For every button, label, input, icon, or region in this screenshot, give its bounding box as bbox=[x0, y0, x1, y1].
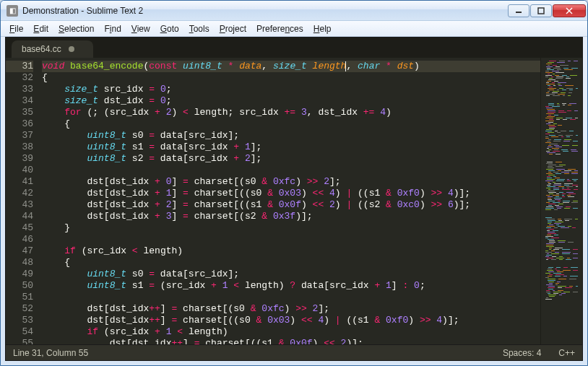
editor-area: base64.cc 313233343536373839404142434445… bbox=[5, 37, 583, 345]
line-number[interactable]: 39 bbox=[6, 153, 33, 165]
menu-find[interactable]: Find bbox=[100, 22, 125, 35]
statusbar: Line 31, Column 55 Spaces: 4 C++ bbox=[5, 345, 583, 361]
line-number[interactable]: 38 bbox=[6, 141, 33, 153]
code-line[interactable]: dst[dst_idx + 2] = charset[((s1 & 0x0f) … bbox=[42, 199, 540, 211]
code-line[interactable] bbox=[42, 165, 540, 176]
menu-project[interactable]: Project bbox=[215, 22, 251, 35]
line-number[interactable]: 40 bbox=[6, 165, 33, 176]
tab-base64[interactable]: base64.cc bbox=[12, 40, 93, 58]
code-line[interactable] bbox=[42, 234, 540, 245]
code-line[interactable]: uint8_t s0 = data[src_idx]; bbox=[42, 130, 540, 141]
code-line[interactable]: dst[dst_idx + 3] = charset[(s2 & 0x3f)]; bbox=[42, 211, 540, 222]
menu-view[interactable]: View bbox=[127, 22, 155, 35]
code-line[interactable]: void base64_encode(const uint8_t * data,… bbox=[42, 61, 540, 72]
menu-goto[interactable]: Goto bbox=[156, 22, 183, 35]
dirty-indicator-icon bbox=[69, 46, 74, 52]
code-line[interactable]: { bbox=[42, 72, 540, 84]
line-number[interactable]: 52 bbox=[6, 303, 33, 315]
code-line[interactable]: dst[dst_idx++] = charset[(s0 & 0xfc) >> … bbox=[42, 303, 540, 315]
line-number[interactable]: 36 bbox=[6, 118, 33, 130]
minimap[interactable] bbox=[540, 58, 582, 344]
code-line[interactable]: } bbox=[42, 222, 540, 234]
code-line[interactable] bbox=[42, 292, 540, 303]
app-window: ◧ Demonstration - Sublime Text 2 FileEdi… bbox=[0, 0, 588, 366]
svg-rect-1 bbox=[538, 8, 544, 14]
close-icon bbox=[565, 7, 574, 14]
line-number[interactable]: 49 bbox=[6, 269, 33, 280]
line-number[interactable]: 46 bbox=[6, 234, 33, 245]
minimize-button[interactable] bbox=[508, 4, 529, 17]
line-number[interactable]: 55 bbox=[6, 338, 33, 344]
line-number[interactable]: 41 bbox=[6, 176, 33, 188]
menu-preferences[interactable]: Preferences bbox=[252, 22, 308, 35]
status-cursor-pos[interactable]: Line 31, Column 55 bbox=[13, 348, 503, 358]
maximize-icon bbox=[537, 7, 545, 14]
line-number[interactable]: 32 bbox=[6, 72, 33, 84]
line-number[interactable]: 31 bbox=[6, 61, 33, 72]
line-number[interactable]: 51 bbox=[6, 292, 33, 303]
code-line[interactable]: if (src_idx < length) bbox=[42, 245, 540, 257]
code-line[interactable]: dst[dst_idx++] = charset[((s0 & 0x03) <<… bbox=[42, 315, 540, 326]
code-line[interactable]: uint8_t s1 = (src_idx + 1 < length) ? da… bbox=[42, 280, 540, 292]
maximize-button[interactable] bbox=[530, 4, 552, 17]
menu-file[interactable]: File bbox=[5, 22, 27, 35]
close-button[interactable] bbox=[553, 4, 586, 17]
code-line[interactable]: for (; (src_idx + 2) < length; src_idx +… bbox=[42, 107, 540, 118]
status-indent[interactable]: Spaces: 4 bbox=[503, 348, 541, 358]
line-number[interactable]: 50 bbox=[6, 280, 33, 292]
menu-selection[interactable]: Selection bbox=[54, 22, 98, 35]
line-number[interactable]: 48 bbox=[6, 257, 33, 269]
code-line[interactable]: dst[dst_idx++] = charset[((s1 & 0x0f) <<… bbox=[42, 338, 540, 344]
line-number[interactable]: 44 bbox=[6, 211, 33, 222]
line-number[interactable]: 37 bbox=[6, 130, 33, 141]
app-icon: ◧ bbox=[7, 5, 18, 17]
status-language[interactable]: C++ bbox=[558, 348, 575, 358]
code-line[interactable]: uint8_t s2 = data[src_idx + 2]; bbox=[42, 153, 540, 165]
line-number[interactable]: 35 bbox=[6, 107, 33, 118]
menu-tools[interactable]: Tools bbox=[185, 22, 214, 35]
code-line[interactable]: uint8_t s0 = data[src_idx]; bbox=[42, 269, 540, 280]
window-controls bbox=[508, 4, 586, 17]
code-line[interactable]: uint8_t s1 = data[src_idx + 1]; bbox=[42, 141, 540, 153]
menu-edit[interactable]: Edit bbox=[29, 22, 53, 35]
code-line[interactable]: size_t src_idx = 0; bbox=[42, 84, 540, 95]
line-gutter[interactable]: 3132333435363738394041424344454647484950… bbox=[6, 58, 38, 344]
line-number[interactable]: 53 bbox=[6, 315, 33, 326]
line-number[interactable]: 34 bbox=[6, 95, 33, 107]
code-line[interactable]: dst[dst_idx + 1] = charset[((s0 & 0x03) … bbox=[42, 188, 540, 199]
editor[interactable]: 3132333435363738394041424344454647484950… bbox=[6, 58, 582, 344]
line-number[interactable]: 45 bbox=[6, 222, 33, 234]
line-number[interactable]: 43 bbox=[6, 199, 33, 211]
menu-help[interactable]: Help bbox=[309, 22, 336, 35]
window-title: Demonstration - Sublime Text 2 bbox=[22, 6, 508, 16]
code-line[interactable]: size_t dst_idx = 0; bbox=[42, 95, 540, 107]
line-number[interactable]: 47 bbox=[6, 245, 33, 257]
code-line[interactable]: { bbox=[42, 257, 540, 269]
code-line[interactable]: dst[dst_idx + 0] = charset[(s0 & 0xfc) >… bbox=[42, 176, 540, 188]
line-number[interactable]: 54 bbox=[6, 326, 33, 338]
line-number[interactable]: 42 bbox=[6, 188, 33, 199]
line-number[interactable]: 33 bbox=[6, 84, 33, 95]
minimize-icon bbox=[515, 7, 522, 14]
code-line[interactable]: { bbox=[42, 118, 540, 130]
code-line[interactable]: if (src_idx + 1 < length) bbox=[42, 326, 540, 338]
titlebar[interactable]: ◧ Demonstration - Sublime Text 2 bbox=[1, 1, 587, 21]
menubar: FileEditSelectionFindViewGotoToolsProjec… bbox=[1, 21, 587, 37]
tab-label: base64.cc bbox=[22, 44, 61, 54]
tabbar: base64.cc bbox=[6, 38, 582, 58]
code-view[interactable]: void base64_encode(const uint8_t * data,… bbox=[38, 58, 540, 344]
